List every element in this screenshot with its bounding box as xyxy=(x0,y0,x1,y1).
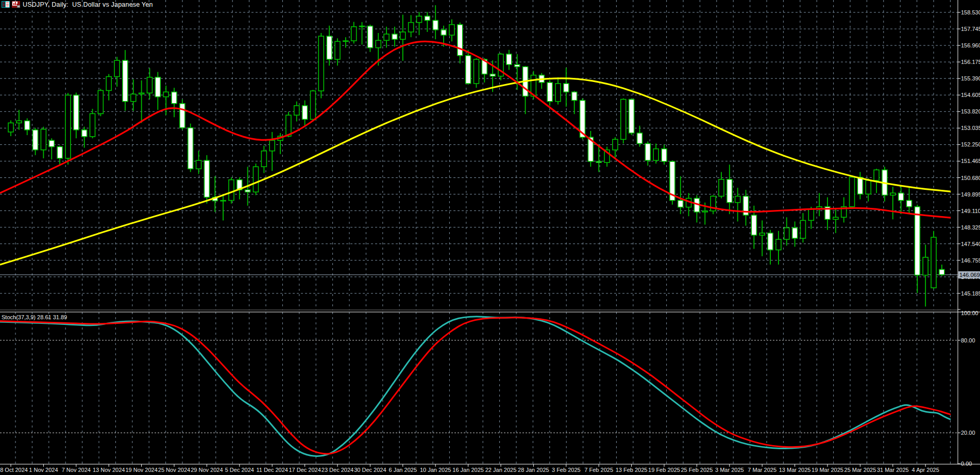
svg-text:25 Mar 2025: 25 Mar 2025 xyxy=(844,467,876,473)
svg-text:10 Jan 2025: 10 Jan 2025 xyxy=(420,467,451,473)
svg-text:156.960: 156.960 xyxy=(961,42,980,48)
svg-text:29 Nov 2024: 29 Nov 2024 xyxy=(191,467,223,473)
svg-text:145.185: 145.185 xyxy=(961,290,980,297)
svg-text:7 Mar 2025: 7 Mar 2025 xyxy=(748,467,776,473)
svg-text:3 Feb 2025: 3 Feb 2025 xyxy=(552,467,581,473)
svg-text:100.00: 100.00 xyxy=(961,310,978,316)
svg-text:7 Feb 2025: 7 Feb 2025 xyxy=(584,467,613,473)
svg-text:23 Dec 2024: 23 Dec 2024 xyxy=(322,467,353,473)
svg-text:22 Jan 2025: 22 Jan 2025 xyxy=(485,467,517,473)
svg-text:25 Nov 2024: 25 Nov 2024 xyxy=(158,467,190,473)
svg-text:19 Nov 2024: 19 Nov 2024 xyxy=(125,467,157,473)
svg-text:7 Nov 2024: 7 Nov 2024 xyxy=(62,467,91,473)
svg-text:149.110: 149.110 xyxy=(961,208,980,214)
svg-text:31 Mar 2025: 31 Mar 2025 xyxy=(877,467,909,473)
svg-text:13 Feb 2025: 13 Feb 2025 xyxy=(616,467,648,473)
svg-text:5 Dec 2024: 5 Dec 2024 xyxy=(225,467,254,473)
svg-text:19 Feb 2025: 19 Feb 2025 xyxy=(648,467,680,473)
svg-text:1 Nov 2024: 1 Nov 2024 xyxy=(29,467,58,473)
svg-text:149.895: 149.895 xyxy=(961,191,980,198)
svg-text:17 Dec 2024: 17 Dec 2024 xyxy=(289,467,320,473)
chart-canvas[interactable]: 158.530157.745156.960156.175155.390154.6… xyxy=(0,0,980,475)
svg-text:154.605: 154.605 xyxy=(961,92,980,98)
svg-text:151.465: 151.465 xyxy=(961,158,980,164)
svg-text:4 Apr 2025: 4 Apr 2025 xyxy=(912,467,939,473)
svg-text:153.820: 153.820 xyxy=(961,108,980,114)
terminal-chart-window: 158.530157.745156.960156.175155.390154.6… xyxy=(0,0,980,475)
svg-text:28 Oct 2024: 28 Oct 2024 xyxy=(0,467,28,473)
svg-text:16 Jan 2025: 16 Jan 2025 xyxy=(452,467,484,473)
svg-text:157.745: 157.745 xyxy=(961,26,980,32)
svg-text:25 Feb 2025: 25 Feb 2025 xyxy=(681,467,713,473)
svg-text:20.00: 20.00 xyxy=(961,430,975,436)
chart-title: USDJPY, Daily: US Dollar vs Japanese Yen xyxy=(23,1,153,8)
svg-text:158.530: 158.530 xyxy=(961,9,980,15)
svg-text:19 Mar 2025: 19 Mar 2025 xyxy=(812,467,843,473)
market-watch-icon[interactable] xyxy=(2,1,10,8)
svg-text:150.680: 150.680 xyxy=(961,175,980,181)
chart-window-icon[interactable] xyxy=(12,1,20,8)
svg-text:11 Dec 2024: 11 Dec 2024 xyxy=(256,467,288,473)
svg-text:146.755: 146.755 xyxy=(961,257,980,264)
svg-text:13 Mar 2025: 13 Mar 2025 xyxy=(779,467,811,473)
svg-text:156.175: 156.175 xyxy=(961,59,980,65)
svg-text:80.00: 80.00 xyxy=(961,337,975,343)
svg-text:152.250: 152.250 xyxy=(961,141,980,148)
svg-text:148.325: 148.325 xyxy=(961,224,980,231)
svg-text:153.035: 153.035 xyxy=(961,125,980,131)
bid-price-badge: 146.069 xyxy=(958,271,980,279)
svg-text:147.540: 147.540 xyxy=(961,241,980,247)
svg-text:155.390: 155.390 xyxy=(961,75,980,81)
svg-text:28 Jan 2025: 28 Jan 2025 xyxy=(518,467,549,473)
svg-text:3 Mar 2025: 3 Mar 2025 xyxy=(715,467,744,473)
svg-text:13 Nov 2024: 13 Nov 2024 xyxy=(93,467,125,473)
svg-text:6 Jan 2025: 6 Jan 2025 xyxy=(389,467,417,473)
stochastic-indicator-label: Stoch(37,3,9) 28.61 31.89 xyxy=(2,314,67,320)
svg-text:0.00: 0.00 xyxy=(961,461,972,467)
svg-text:30 Dec 2024: 30 Dec 2024 xyxy=(354,467,386,473)
